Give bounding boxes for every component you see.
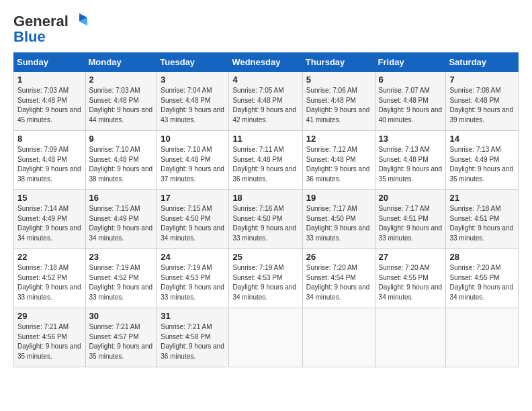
calendar-week-row-3: 15 Sunrise: 7:14 AMSunset: 4:49 PMDaylig… bbox=[14, 190, 519, 249]
day-number: 16 bbox=[89, 193, 154, 203]
day-number: 20 bbox=[379, 193, 443, 203]
day-info: Sunrise: 7:18 AMSunset: 4:51 PMDaylight:… bbox=[449, 205, 513, 242]
calendar-cell: 19 Sunrise: 7:17 AMSunset: 4:50 PMDaylig… bbox=[302, 190, 375, 249]
calendar-cell: 20 Sunrise: 7:17 AMSunset: 4:51 PMDaylig… bbox=[375, 190, 446, 249]
calendar-cell: 3 Sunrise: 7:04 AMSunset: 4:48 PMDayligh… bbox=[157, 72, 229, 131]
calendar-header-row: SundayMondayTuesdayWednesdayThursdayFrid… bbox=[14, 53, 519, 72]
calendar-cell: 31 Sunrise: 7:21 AMSunset: 4:58 PMDaylig… bbox=[157, 308, 229, 367]
calendar-week-row-5: 29 Sunrise: 7:21 AMSunset: 4:56 PMDaylig… bbox=[14, 308, 519, 367]
day-info: Sunrise: 7:20 AMSunset: 4:55 PMDaylight:… bbox=[449, 264, 513, 301]
day-number: 11 bbox=[232, 134, 298, 144]
calendar-header-friday: Friday bbox=[375, 53, 446, 72]
calendar-cell: 10 Sunrise: 7:10 AMSunset: 4:48 PMDaylig… bbox=[157, 131, 229, 190]
day-number: 13 bbox=[379, 134, 443, 144]
day-number: 27 bbox=[379, 252, 443, 262]
day-number: 24 bbox=[161, 252, 225, 262]
day-number: 25 bbox=[232, 252, 298, 262]
calendar-cell: 18 Sunrise: 7:16 AMSunset: 4:50 PMDaylig… bbox=[229, 190, 302, 249]
calendar-cell: 8 Sunrise: 7:09 AMSunset: 4:48 PMDayligh… bbox=[14, 131, 86, 190]
calendar-cell: 21 Sunrise: 7:18 AMSunset: 4:51 PMDaylig… bbox=[446, 190, 519, 249]
calendar-cell: 30 Sunrise: 7:21 AMSunset: 4:57 PMDaylig… bbox=[85, 308, 157, 367]
page: General Blue SundayMondayTuesdayWednesda… bbox=[0, 0, 532, 375]
calendar-week-row-1: 1 Sunrise: 7:03 AMSunset: 4:48 PMDayligh… bbox=[14, 72, 519, 131]
calendar-header-monday: Monday bbox=[85, 53, 157, 72]
day-number: 9 bbox=[89, 134, 154, 144]
day-number: 3 bbox=[161, 75, 225, 85]
day-number: 6 bbox=[379, 75, 443, 85]
calendar-cell: 14 Sunrise: 7:13 AMSunset: 4:49 PMDaylig… bbox=[446, 131, 519, 190]
calendar-cell: 26 Sunrise: 7:20 AMSunset: 4:54 PMDaylig… bbox=[302, 249, 375, 308]
day-info: Sunrise: 7:17 AMSunset: 4:51 PMDaylight:… bbox=[379, 205, 443, 242]
calendar-header-tuesday: Tuesday bbox=[157, 53, 229, 72]
calendar-cell: 7 Sunrise: 7:08 AMSunset: 4:48 PMDayligh… bbox=[446, 72, 519, 131]
calendar-cell: 15 Sunrise: 7:14 AMSunset: 4:49 PMDaylig… bbox=[14, 190, 86, 249]
logo-flag-icon bbox=[70, 12, 89, 31]
day-number: 29 bbox=[17, 311, 82, 321]
day-info: Sunrise: 7:11 AMSunset: 4:48 PMDaylight:… bbox=[232, 146, 296, 183]
calendar-cell: 12 Sunrise: 7:12 AMSunset: 4:48 PMDaylig… bbox=[302, 131, 375, 190]
calendar-header-thursday: Thursday bbox=[302, 53, 375, 72]
calendar-cell: 9 Sunrise: 7:10 AMSunset: 4:48 PMDayligh… bbox=[85, 131, 157, 190]
day-info: Sunrise: 7:09 AMSunset: 4:48 PMDaylight:… bbox=[17, 146, 81, 183]
day-info: Sunrise: 7:13 AMSunset: 4:48 PMDaylight:… bbox=[379, 146, 443, 183]
calendar-cell bbox=[229, 308, 302, 367]
calendar-cell: 4 Sunrise: 7:05 AMSunset: 4:48 PMDayligh… bbox=[229, 72, 302, 131]
day-number: 26 bbox=[306, 252, 371, 262]
calendar-cell: 28 Sunrise: 7:20 AMSunset: 4:55 PMDaylig… bbox=[446, 249, 519, 308]
day-number: 23 bbox=[89, 252, 154, 262]
day-info: Sunrise: 7:21 AMSunset: 4:57 PMDaylight:… bbox=[89, 323, 153, 360]
logo: General Blue bbox=[13, 12, 89, 46]
calendar-header-wednesday: Wednesday bbox=[229, 53, 302, 72]
day-info: Sunrise: 7:14 AMSunset: 4:49 PMDaylight:… bbox=[17, 205, 81, 242]
day-number: 21 bbox=[449, 193, 515, 203]
day-number: 5 bbox=[306, 75, 371, 85]
day-info: Sunrise: 7:17 AMSunset: 4:50 PMDaylight:… bbox=[306, 205, 370, 242]
day-number: 31 bbox=[161, 311, 225, 321]
day-info: Sunrise: 7:19 AMSunset: 4:53 PMDaylight:… bbox=[232, 264, 296, 301]
calendar-week-row-2: 8 Sunrise: 7:09 AMSunset: 4:48 PMDayligh… bbox=[14, 131, 519, 190]
day-number: 22 bbox=[17, 252, 82, 262]
calendar-cell: 6 Sunrise: 7:07 AMSunset: 4:48 PMDayligh… bbox=[375, 72, 446, 131]
day-number: 12 bbox=[306, 134, 371, 144]
calendar-cell: 17 Sunrise: 7:15 AMSunset: 4:50 PMDaylig… bbox=[157, 190, 229, 249]
day-number: 4 bbox=[232, 75, 298, 85]
calendar-cell: 29 Sunrise: 7:21 AMSunset: 4:56 PMDaylig… bbox=[14, 308, 86, 367]
day-info: Sunrise: 7:05 AMSunset: 4:48 PMDaylight:… bbox=[232, 87, 296, 124]
calendar-header-saturday: Saturday bbox=[446, 53, 519, 72]
day-info: Sunrise: 7:20 AMSunset: 4:55 PMDaylight:… bbox=[379, 264, 443, 301]
calendar-cell bbox=[446, 308, 519, 367]
day-info: Sunrise: 7:20 AMSunset: 4:54 PMDaylight:… bbox=[306, 264, 370, 301]
day-number: 8 bbox=[17, 134, 82, 144]
calendar-header-sunday: Sunday bbox=[14, 53, 86, 72]
day-info: Sunrise: 7:03 AMSunset: 4:48 PMDaylight:… bbox=[89, 87, 153, 124]
day-info: Sunrise: 7:21 AMSunset: 4:58 PMDaylight:… bbox=[161, 323, 224, 360]
calendar-cell bbox=[375, 308, 446, 367]
day-number: 2 bbox=[89, 75, 154, 85]
day-info: Sunrise: 7:10 AMSunset: 4:48 PMDaylight:… bbox=[161, 146, 224, 183]
day-info: Sunrise: 7:13 AMSunset: 4:49 PMDaylight:… bbox=[449, 146, 513, 183]
day-info: Sunrise: 7:12 AMSunset: 4:48 PMDaylight:… bbox=[306, 146, 370, 183]
day-info: Sunrise: 7:19 AMSunset: 4:52 PMDaylight:… bbox=[89, 264, 153, 301]
day-info: Sunrise: 7:16 AMSunset: 4:50 PMDaylight:… bbox=[232, 205, 296, 242]
calendar-cell: 11 Sunrise: 7:11 AMSunset: 4:48 PMDaylig… bbox=[229, 131, 302, 190]
calendar-cell: 22 Sunrise: 7:18 AMSunset: 4:52 PMDaylig… bbox=[14, 249, 86, 308]
day-number: 14 bbox=[449, 134, 515, 144]
day-info: Sunrise: 7:07 AMSunset: 4:48 PMDaylight:… bbox=[379, 87, 443, 124]
calendar-cell: 23 Sunrise: 7:19 AMSunset: 4:52 PMDaylig… bbox=[85, 249, 157, 308]
calendar-cell: 24 Sunrise: 7:19 AMSunset: 4:53 PMDaylig… bbox=[157, 249, 229, 308]
calendar-cell: 2 Sunrise: 7:03 AMSunset: 4:48 PMDayligh… bbox=[85, 72, 157, 131]
day-number: 17 bbox=[161, 193, 225, 203]
day-number: 1 bbox=[17, 75, 82, 85]
calendar-cell: 13 Sunrise: 7:13 AMSunset: 4:48 PMDaylig… bbox=[375, 131, 446, 190]
day-info: Sunrise: 7:19 AMSunset: 4:53 PMDaylight:… bbox=[161, 264, 224, 301]
calendar-cell: 27 Sunrise: 7:20 AMSunset: 4:55 PMDaylig… bbox=[375, 249, 446, 308]
header: General Blue bbox=[13, 12, 519, 46]
calendar-cell: 1 Sunrise: 7:03 AMSunset: 4:48 PMDayligh… bbox=[14, 72, 86, 131]
day-info: Sunrise: 7:08 AMSunset: 4:48 PMDaylight:… bbox=[449, 87, 513, 124]
day-info: Sunrise: 7:15 AMSunset: 4:49 PMDaylight:… bbox=[89, 205, 153, 242]
calendar-cell bbox=[302, 308, 375, 367]
day-number: 7 bbox=[449, 75, 515, 85]
day-number: 28 bbox=[449, 252, 515, 262]
day-number: 19 bbox=[306, 193, 371, 203]
calendar-cell: 16 Sunrise: 7:15 AMSunset: 4:49 PMDaylig… bbox=[85, 190, 157, 249]
